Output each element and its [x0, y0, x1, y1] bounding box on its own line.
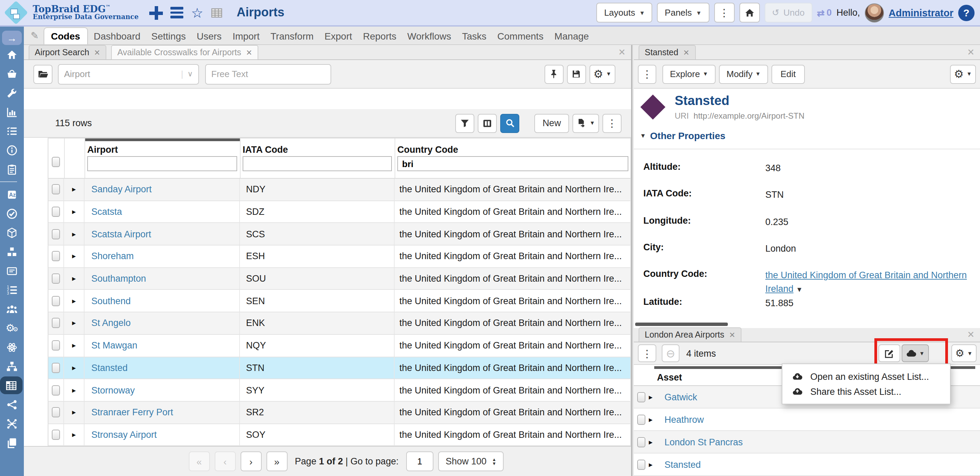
sidebar-item-glossary-az[interactable]: Az	[0, 185, 24, 204]
last-page-button[interactable]: »	[266, 452, 287, 471]
sync-status[interactable]: ⇄0	[817, 7, 832, 18]
user-avatar[interactable]	[865, 3, 884, 22]
row-checkbox[interactable]	[52, 251, 60, 262]
country-filter-input[interactable]	[397, 156, 628, 171]
country-code-link[interactable]: the United Kingdom of Great Britain and …	[765, 270, 967, 294]
pin-panel-button[interactable]	[544, 64, 563, 83]
detail-settings-button[interactable]: ⚙▼	[950, 64, 976, 83]
row-checkbox[interactable]	[637, 414, 645, 425]
sidebar-item-atom[interactable]	[0, 337, 24, 357]
detail-more-button[interactable]: ⋮	[638, 64, 656, 83]
sidebar-item-share[interactable]	[0, 395, 24, 414]
asset-link[interactable]: London St Pancras	[665, 437, 743, 447]
row-checkbox[interactable]	[637, 459, 645, 470]
asset-list-settings-button[interactable]: ⚙▼	[951, 344, 977, 362]
sidebar-item-table-grid[interactable]	[0, 377, 22, 394]
favorite-star-icon[interactable]: ☆	[191, 6, 204, 19]
asset-more-button[interactable]: ⋮	[638, 344, 656, 362]
tab-import[interactable]: Import	[228, 28, 264, 44]
close-icon[interactable]: ✕	[94, 48, 100, 57]
panel-close-icon[interactable]: ✕	[967, 329, 975, 340]
row-checkbox[interactable]	[52, 273, 60, 284]
sidebar-item-checklist[interactable]	[0, 121, 24, 141]
open-search-button[interactable]	[33, 64, 52, 83]
close-icon[interactable]: ✕	[246, 48, 252, 57]
expander-icon[interactable]: ▸	[72, 364, 76, 372]
expander-icon[interactable]: ▸	[72, 297, 76, 305]
search-settings-button[interactable]: ⚙▼	[589, 64, 616, 83]
tab-settings[interactable]: Settings	[146, 28, 191, 44]
columns-button[interactable]	[478, 113, 497, 133]
table-row[interactable]: ▸ St Mawgan NQY the United Kingdom of Gr…	[48, 335, 631, 357]
expander-icon[interactable]: ▸	[72, 386, 76, 395]
edit-asset-list-button[interactable]	[878, 344, 900, 362]
save-search-button[interactable]	[567, 64, 586, 83]
sidebar-item-home[interactable]	[0, 45, 24, 64]
expander-icon[interactable]: ▸	[649, 460, 652, 469]
free-text-input[interactable]	[205, 64, 331, 84]
topbraid-logo[interactable]: TopBraid EDG™ Enterprise Data Governance	[0, 4, 139, 21]
sidebar-item-info[interactable]	[0, 141, 24, 160]
chevron-down-icon[interactable]: ▼	[796, 285, 803, 293]
table-row[interactable]: ▸ Shoreham ESH the United Kingdom of Gre…	[48, 246, 631, 268]
row-checkbox[interactable]	[52, 229, 60, 239]
row-checkbox[interactable]	[52, 184, 60, 195]
expander-icon[interactable]: ▸	[72, 341, 76, 350]
tab-available-crosswalks[interactable]: Available Crosswalks for Airports✕	[111, 45, 258, 59]
expander-icon[interactable]: ▸	[72, 230, 76, 238]
row-checkbox[interactable]	[52, 363, 60, 373]
iata-filter-input[interactable]	[243, 156, 392, 171]
help-button[interactable]: ?	[958, 5, 975, 21]
panel-close-icon[interactable]: ✕	[967, 47, 975, 57]
asset-row[interactable]: ▸ London St Pancras	[634, 431, 980, 454]
tab-tasks[interactable]: Tasks	[457, 28, 492, 44]
select-all-checkbox[interactable]	[52, 157, 60, 167]
next-page-button[interactable]: ›	[240, 452, 261, 471]
table-row[interactable]: ▸ Southampton SOU the United Kingdom of …	[48, 268, 631, 290]
expander-icon[interactable]: ▸	[72, 207, 76, 216]
expander-icon[interactable]: ▸	[72, 408, 76, 417]
row-checkbox[interactable]	[52, 407, 60, 417]
asset-type-select[interactable]: Airport|∨	[58, 64, 199, 84]
horizontal-scrollbar-thumb[interactable]	[84, 139, 240, 141]
tab-codes[interactable]: Codes	[43, 27, 88, 44]
tab-airport-search[interactable]: Airport Search✕	[29, 45, 106, 59]
row-checkbox[interactable]	[52, 430, 60, 440]
close-icon[interactable]: ✕	[683, 48, 689, 57]
add-icon[interactable]	[150, 6, 163, 19]
tab-users[interactable]: Users	[192, 28, 226, 44]
row-checkbox[interactable]	[637, 392, 645, 402]
table-more-button[interactable]: ⋮	[603, 113, 622, 133]
column-header-airport[interactable]: Airport	[87, 145, 118, 155]
other-properties-section-header[interactable]: ▼ Other Properties	[640, 130, 725, 141]
export-button[interactable]: ▼	[573, 113, 599, 133]
table-row[interactable]: ▸ Scatsta SDZ the United Kingdom of Grea…	[48, 201, 631, 223]
modify-button[interactable]: Modify▼	[719, 64, 768, 83]
airport-link[interactable]: Stornoway	[91, 385, 135, 395]
expander-icon[interactable]: ▸	[649, 415, 652, 424]
sidebar-item-network[interactable]	[0, 414, 24, 433]
airport-link[interactable]: St Mawgan	[91, 340, 137, 350]
column-header-iata[interactable]: IATA Code	[243, 145, 288, 155]
panel-close-icon[interactable]: ✕	[618, 47, 625, 57]
airport-link[interactable]: Shoreham	[91, 251, 134, 262]
tab-export[interactable]: Export	[320, 28, 357, 44]
page-size-select[interactable]: Show 100 ▲▼	[438, 452, 504, 471]
sidebar-item-wrench[interactable]	[0, 83, 24, 102]
asset-link[interactable]: Heathrow	[665, 414, 704, 425]
row-checkbox[interactable]	[52, 318, 60, 328]
airport-filter-input[interactable]	[87, 156, 237, 171]
column-header-country[interactable]: Country Code	[397, 145, 458, 155]
table-row[interactable]: ▸ Sanday Airport NDY the United Kingdom …	[48, 179, 631, 201]
property-value[interactable]: the United Kingdom of Great Britain and …	[765, 269, 972, 295]
expander-icon[interactable]: ▸	[649, 438, 652, 446]
airport-link[interactable]: Southend	[91, 296, 131, 306]
expander-icon[interactable]: ▸	[72, 430, 76, 439]
row-checkbox[interactable]	[52, 385, 60, 395]
edit-tabs-pencil-icon[interactable]: ✎	[31, 30, 38, 41]
sidebar-item-blocks[interactable]	[0, 242, 24, 261]
sidebar-item-cube[interactable]	[0, 223, 24, 242]
asset-link[interactable]: Gatwick	[665, 392, 697, 402]
sidebar-item-clipboard[interactable]	[0, 160, 24, 179]
tab-stansted[interactable]: Stansted✕	[639, 45, 695, 59]
